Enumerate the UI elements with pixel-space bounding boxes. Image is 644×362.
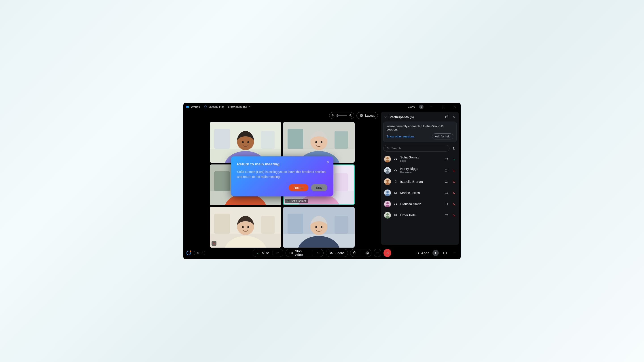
svg-point-104 xyxy=(386,191,389,193)
svg-point-92 xyxy=(315,226,317,228)
participant-row[interactable]: Sofia Gomez Host xyxy=(383,154,456,164)
participant-name: Umar Patel xyxy=(400,213,442,217)
video-options[interactable] xyxy=(315,251,321,255)
dialog-body: Sofia Gomez (Host) is asking you to leav… xyxy=(237,170,327,179)
mute-options[interactable] xyxy=(275,251,281,255)
tile-label: Sofia Gomez xyxy=(285,199,308,203)
svg-rect-81 xyxy=(261,216,274,234)
layout-button[interactable]: Layout xyxy=(356,112,378,119)
apps-icon xyxy=(416,251,420,255)
ask-for-help-button[interactable]: Ask for help xyxy=(432,133,453,139)
svg-rect-80 xyxy=(214,214,230,234)
svg-point-98 xyxy=(386,168,389,171)
closed-captions-button[interactable]: CC xyxy=(194,251,205,255)
end-call-button[interactable] xyxy=(384,249,391,257)
svg-point-60 xyxy=(315,141,317,143)
svg-point-93 xyxy=(321,226,322,228)
svg-point-101 xyxy=(386,180,389,182)
app-window: Webex Meeting info Show menu bar 12:40 xyxy=(183,103,461,259)
avatar xyxy=(384,167,391,174)
show-other-sessions-link[interactable]: Show other sessions xyxy=(386,135,414,138)
camera-status-icon xyxy=(444,168,448,173)
chevron-down-icon xyxy=(317,251,320,255)
raise-hand-button[interactable] xyxy=(350,251,358,255)
return-button[interactable]: Return xyxy=(289,184,308,191)
camera-status-icon xyxy=(444,213,448,217)
chevron-down-icon[interactable] xyxy=(384,115,387,119)
apps-button[interactable]: Apps xyxy=(416,251,429,255)
participant-name: Isabella Brenan xyxy=(400,180,442,183)
brand: Webex xyxy=(186,105,200,109)
dialog-title: Return to main meeting xyxy=(237,162,327,166)
mute-button[interactable]: Mute xyxy=(253,249,283,257)
popout-panel-button[interactable] xyxy=(444,114,449,119)
participant-row[interactable]: Marise Torres xyxy=(383,188,456,198)
participants-title: Participants (6) xyxy=(390,115,414,119)
chat-button[interactable] xyxy=(442,250,448,256)
mic-icon xyxy=(256,251,260,255)
svg-rect-45 xyxy=(442,106,444,108)
hand-icon xyxy=(352,251,356,255)
device-icon xyxy=(394,180,398,183)
device-icon xyxy=(394,169,398,172)
svg-rect-88 xyxy=(288,214,303,234)
dots-icon xyxy=(452,251,456,255)
camera-status-icon xyxy=(444,157,448,161)
mic-status-icon xyxy=(452,213,456,217)
dots-icon xyxy=(376,251,380,255)
share-button[interactable]: Share xyxy=(326,249,348,257)
dialog-close-button[interactable] xyxy=(326,160,330,164)
stage-toolbar: Layout xyxy=(329,112,378,119)
more-options-button[interactable] xyxy=(374,249,382,257)
close-panel-button[interactable] xyxy=(451,114,456,119)
participant-row[interactable]: Umar Patel xyxy=(383,211,456,220)
participants-button[interactable] xyxy=(432,250,439,256)
svg-point-95 xyxy=(386,157,389,160)
reactions-group xyxy=(350,249,372,257)
participants-search[interactable] xyxy=(383,145,450,151)
participant-row[interactable]: Isabella Brenan xyxy=(383,177,456,186)
participant-row[interactable]: Clarissa Smith xyxy=(383,199,456,209)
session-notice: You're currently connected to the Group … xyxy=(383,122,456,142)
emoji-icon xyxy=(365,251,369,255)
search-input[interactable] xyxy=(391,147,446,150)
mic-status-icon xyxy=(452,180,456,183)
camera-status-icon xyxy=(444,191,448,195)
svg-rect-57 xyxy=(334,131,348,149)
minimize-button[interactable] xyxy=(428,104,435,110)
mute-label: Mute xyxy=(262,251,269,255)
sort-button[interactable] xyxy=(452,146,456,151)
zoom-control[interactable] xyxy=(329,112,354,119)
video-tile[interactable] xyxy=(210,207,281,248)
svg-rect-73 xyxy=(334,173,348,191)
show-menu-bar-button[interactable]: Show menu bar xyxy=(228,105,252,108)
maximize-button[interactable] xyxy=(439,104,447,110)
meeting-info-button[interactable]: Meeting info xyxy=(204,105,224,108)
close-window-button[interactable] xyxy=(451,104,458,110)
zoom-in-icon[interactable] xyxy=(348,114,352,117)
chevron-down-icon xyxy=(276,251,280,255)
stop-video-label: Stop video xyxy=(295,249,309,257)
video-tile[interactable] xyxy=(283,207,355,248)
emoji-button[interactable] xyxy=(363,251,371,255)
stay-button[interactable]: Stay xyxy=(311,184,327,191)
lock-badge xyxy=(419,105,424,109)
zoom-out-icon[interactable] xyxy=(331,114,335,117)
avatar xyxy=(384,178,391,185)
meeting-info-label: Meeting info xyxy=(208,105,224,108)
chevron-down-icon xyxy=(200,252,203,254)
participant-row[interactable]: Henry Riggs Presenter xyxy=(383,166,456,175)
avatar xyxy=(384,212,391,219)
avatar xyxy=(384,189,391,196)
svg-point-53 xyxy=(247,141,249,143)
search-icon xyxy=(386,147,390,150)
svg-rect-48 xyxy=(214,129,230,149)
assistant-button[interactable] xyxy=(186,251,191,255)
zoom-slider[interactable] xyxy=(336,115,347,116)
chevron-down-icon xyxy=(249,105,252,108)
grid-icon xyxy=(360,114,363,117)
stop-video-button[interactable]: Stop video xyxy=(286,249,324,257)
chat-icon xyxy=(443,251,447,255)
overflow-button[interactable] xyxy=(451,250,458,256)
device-icon xyxy=(394,213,398,217)
